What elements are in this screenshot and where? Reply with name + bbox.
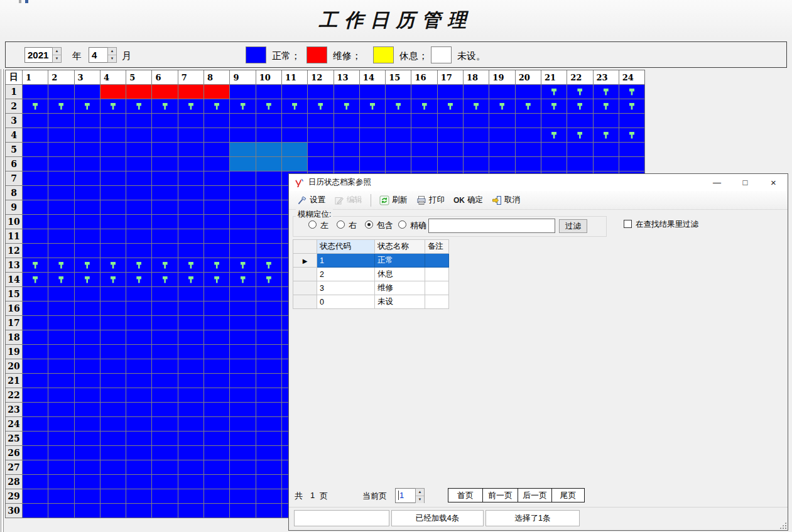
year-down-icon[interactable]: ▼ [53, 55, 61, 62]
calendar-cell[interactable] [126, 316, 151, 330]
month-stepper[interactable]: 4 ▲ ▼ [89, 47, 117, 63]
toolbar-button-ok[interactable]: OK 确定 [449, 192, 487, 208]
calendar-cell[interactable] [23, 417, 48, 431]
first-page-button[interactable]: 首页 [448, 488, 483, 502]
calendar-cell[interactable] [594, 157, 619, 171]
calendar-cell[interactable] [489, 99, 514, 113]
calendar-cell[interactable] [48, 504, 73, 518]
calendar-cell[interactable] [48, 244, 73, 258]
calendar-cell[interactable] [230, 186, 255, 200]
calendar-cell[interactable] [438, 143, 463, 156]
calendar-cell[interactable] [489, 85, 514, 99]
calendar-cell[interactable] [178, 287, 203, 301]
calendar-cell[interactable] [438, 128, 463, 142]
calendar-cell[interactable] [204, 273, 229, 286]
month-spinner[interactable]: ▲ ▼ [107, 47, 117, 63]
calendar-cell[interactable] [48, 200, 73, 214]
radio-contains[interactable] [365, 220, 373, 229]
calendar-cell[interactable] [100, 85, 126, 99]
calendar-cell[interactable] [256, 417, 281, 431]
calendar-cell[interactable] [152, 475, 177, 489]
calendar-cell[interactable] [256, 186, 281, 200]
calendar-cell[interactable] [126, 186, 151, 200]
calendar-cell[interactable] [308, 85, 333, 99]
calendar-cell[interactable] [204, 200, 229, 214]
calendar-cell[interactable] [541, 157, 567, 171]
calendar-cell[interactable] [126, 301, 151, 315]
calendar-cell[interactable] [48, 489, 73, 503]
filter-in-results-checkbox[interactable] [624, 220, 632, 228]
year-value[interactable]: 2021 [24, 47, 52, 63]
calendar-cell[interactable] [100, 388, 126, 402]
calendar-cell[interactable] [75, 316, 100, 330]
calendar-cell[interactable] [23, 157, 48, 171]
dialog-titlebar[interactable]: 日历状态档案参照 — □ × [289, 174, 788, 191]
calendar-cell[interactable] [48, 446, 73, 460]
calendar-cell[interactable] [230, 258, 255, 272]
calendar-cell[interactable] [75, 504, 100, 518]
calendar-cell[interactable] [256, 374, 281, 388]
calendar-cell[interactable] [594, 128, 619, 142]
calendar-cell[interactable] [541, 114, 567, 128]
calendar-cell[interactable] [256, 244, 281, 258]
calendar-cell[interactable] [594, 114, 619, 128]
calendar-cell[interactable] [75, 446, 100, 460]
calendar-cell[interactable] [411, 114, 437, 128]
calendar-cell[interactable] [619, 99, 644, 113]
calendar-cell[interactable] [438, 85, 463, 99]
calendar-cell[interactable] [48, 301, 73, 315]
calendar-cell[interactable] [178, 244, 203, 258]
calendar-cell[interactable] [334, 128, 359, 142]
calendar-cell[interactable] [178, 417, 203, 431]
calendar-cell[interactable] [126, 489, 151, 503]
calendar-cell[interactable] [230, 432, 255, 445]
calendar-cell[interactable] [75, 114, 100, 128]
calendar-cell[interactable] [256, 99, 281, 113]
calendar-cell[interactable] [464, 143, 489, 156]
calendar-cell[interactable] [386, 157, 411, 171]
calendar-cell[interactable] [100, 403, 126, 416]
calendar-cell[interactable] [100, 200, 126, 214]
calendar-cell[interactable] [48, 229, 73, 243]
calendar-cell[interactable] [516, 99, 541, 113]
calendar-cell[interactable] [48, 432, 73, 445]
page-down-icon[interactable]: ▼ [416, 496, 424, 503]
calendar-cell[interactable] [204, 359, 229, 373]
calendar-cell[interactable] [152, 143, 177, 156]
calendar-cell[interactable] [178, 273, 203, 286]
calendar-cell[interactable] [100, 301, 126, 315]
calendar-cell[interactable] [48, 330, 73, 344]
calendar-cell[interactable] [230, 215, 255, 229]
calendar-cell[interactable] [23, 432, 48, 445]
calendar-cell[interactable] [204, 316, 229, 330]
calendar-cell[interactable] [619, 114, 644, 128]
calendar-cell[interactable] [23, 330, 48, 344]
calendar-cell[interactable] [204, 504, 229, 518]
calendar-cell[interactable] [152, 345, 177, 359]
calendar-cell[interactable] [126, 273, 151, 286]
calendar-cell[interactable] [516, 128, 541, 142]
calendar-cell[interactable] [230, 460, 255, 474]
calendar-cell[interactable] [204, 143, 229, 156]
last-page-button[interactable]: 尾页 [551, 488, 585, 502]
calendar-cell[interactable] [75, 432, 100, 445]
calendar-cell[interactable] [126, 229, 151, 243]
calendar-cell[interactable] [230, 229, 255, 243]
toolbar-button-print[interactable]: 打印 [412, 192, 449, 208]
calendar-cell[interactable] [23, 186, 48, 200]
calendar-cell[interactable] [334, 99, 359, 113]
calendar-cell[interactable] [75, 301, 100, 315]
calendar-cell[interactable] [438, 114, 463, 128]
calendar-cell[interactable] [256, 200, 281, 214]
calendar-cell[interactable] [464, 99, 489, 113]
calendar-cell[interactable] [178, 99, 203, 113]
calendar-cell[interactable] [386, 128, 411, 142]
calendar-cell[interactable] [308, 128, 333, 142]
calendar-cell[interactable] [178, 374, 203, 388]
calendar-cell[interactable] [100, 417, 126, 431]
calendar-cell[interactable] [178, 258, 203, 272]
calendar-cell[interactable] [23, 143, 48, 156]
calendar-cell[interactable] [230, 475, 255, 489]
calendar-cell[interactable] [282, 99, 307, 113]
calendar-cell[interactable] [178, 504, 203, 518]
